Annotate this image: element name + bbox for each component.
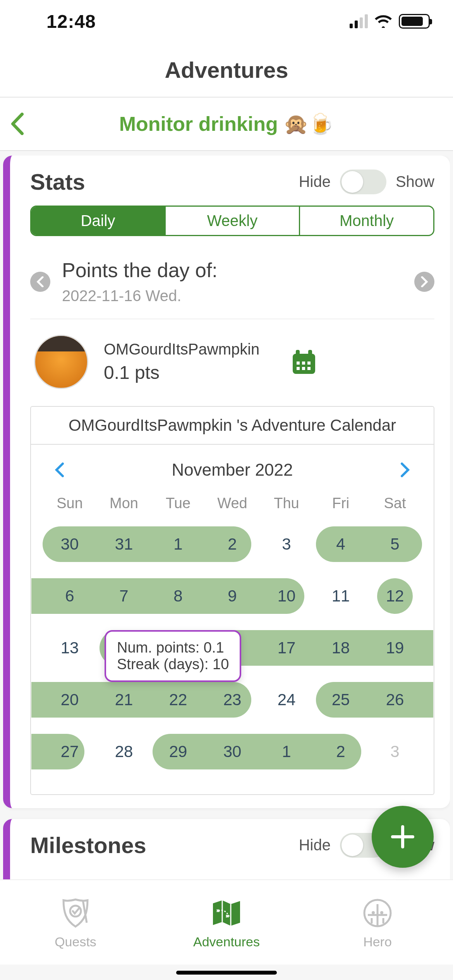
svg-rect-6	[297, 367, 300, 370]
calendar-day[interactable]: 30	[43, 519, 97, 569]
calendar-day[interactable]: 24	[259, 675, 314, 725]
calendar-week: 6 7 8 9 10 11 12	[43, 571, 422, 621]
tooltip-line: Streak (days): 10	[117, 656, 229, 673]
calendar-day[interactable]: 12	[368, 571, 422, 621]
sub-header: Monitor drinking 🙊🍺	[0, 97, 453, 151]
show-label: Show	[396, 173, 434, 190]
calendar-day[interactable]: 2	[314, 727, 368, 776]
calendar-day[interactable]: 28	[97, 727, 151, 776]
page-title: Adventures	[165, 57, 288, 83]
svg-rect-4	[302, 362, 305, 365]
add-button[interactable]	[372, 806, 434, 868]
calendar-title: OMGourdItsPawmpkin 's Adventure Calendar	[31, 407, 434, 445]
calendar-day[interactable]: 18	[314, 623, 368, 673]
stats-visibility-toggle: Hide Show	[299, 170, 434, 194]
calendar-day[interactable]: 20	[43, 675, 97, 725]
svg-rect-7	[302, 367, 305, 370]
calendar-day[interactable]: 27	[43, 727, 97, 776]
calendar-day[interactable]: 1	[151, 519, 205, 569]
calendar-day[interactable]: 17	[259, 623, 314, 673]
calendar-day[interactable]: 21	[97, 675, 151, 725]
adventure-title: Monitor drinking 🙊🍺	[35, 112, 453, 136]
nav-quests[interactable]: Quests	[1, 896, 150, 949]
svg-rect-8	[307, 367, 311, 370]
main-content: Stats Hide Show Daily Weekly Monthly Poi…	[3, 156, 450, 879]
calendar-day[interactable]: 11	[314, 571, 368, 621]
calendar-day[interactable]: 25	[314, 675, 368, 725]
dow: Mon	[97, 495, 151, 512]
svg-rect-2	[308, 350, 312, 357]
dow: Sun	[43, 495, 97, 512]
status-bar: 12:48	[0, 0, 453, 43]
nav-label: Adventures	[193, 934, 260, 949]
app-header: Adventures	[0, 43, 453, 97]
calendar-day[interactable]: 2	[205, 519, 259, 569]
dow: Tue	[151, 495, 205, 512]
stats-toggle[interactable]	[340, 170, 386, 194]
helmet-icon	[360, 896, 395, 930]
svg-rect-3	[297, 362, 300, 365]
points-heading: Points the day of:	[62, 259, 403, 282]
tooltip-line: Num. points: 0.1	[117, 639, 229, 656]
status-icons	[350, 14, 430, 29]
user-points: 0.1 pts	[104, 362, 259, 383]
dow: Sat	[368, 495, 422, 512]
calendar-week: 30 31 1 2 3 4 5	[43, 519, 422, 569]
bottom-nav: Quests Adventures Hero	[0, 879, 453, 965]
next-month-button[interactable]	[397, 462, 413, 478]
status-time: 12:48	[46, 11, 96, 32]
svg-rect-1	[296, 350, 300, 357]
calendar-day[interactable]: 6	[43, 571, 97, 621]
calendar-day[interactable]: 7	[97, 571, 151, 621]
calendar-day[interactable]: 10	[259, 571, 314, 621]
avatar	[34, 335, 88, 389]
calendar-day[interactable]: 3	[259, 519, 314, 569]
prev-month-button[interactable]	[52, 462, 67, 478]
calendar-icon[interactable]	[290, 348, 317, 375]
calendar-week: 20 21 22 23 24 25 26	[43, 675, 422, 725]
calendar-day[interactable]: 4	[314, 519, 368, 569]
calendar-day[interactable]: 1	[259, 727, 314, 776]
nav-adventures[interactable]: Adventures	[152, 896, 301, 949]
stats-title: Stats	[30, 169, 85, 195]
signal-icon	[350, 14, 368, 28]
date-navigator: Points the day of: 2022-11-16 Wed.	[30, 255, 434, 319]
calendar-day[interactable]: 3	[368, 727, 422, 776]
plus-icon	[389, 823, 417, 851]
map-icon	[209, 896, 244, 930]
calendar-day[interactable]: 23	[205, 675, 259, 725]
battery-icon	[399, 14, 430, 29]
calendar-day[interactable]: 30	[205, 727, 259, 776]
calendar-day[interactable]: 26	[368, 675, 422, 725]
calendar-day[interactable]: 29	[151, 727, 205, 776]
prev-day-button[interactable]	[30, 272, 50, 292]
calendar-day[interactable]: 9	[205, 571, 259, 621]
calendar-day[interactable]: 8	[151, 571, 205, 621]
calendar-day[interactable]: 13	[43, 623, 97, 673]
calendar-day[interactable]: 22	[151, 675, 205, 725]
day-tooltip: Num. points: 0.1 Streak (days): 10	[105, 630, 241, 682]
back-button[interactable]	[0, 98, 35, 150]
svg-point-12	[380, 911, 383, 914]
next-day-button[interactable]	[414, 272, 434, 292]
milestones-title: Milestones	[30, 832, 146, 858]
points-date: 2022-11-16 Wed.	[62, 287, 403, 305]
weekday-headers: Sun Mon Tue Wed Thu Fri Sat	[43, 495, 422, 512]
hide-label: Hide	[299, 836, 331, 854]
home-indicator[interactable]	[176, 971, 277, 975]
shield-icon	[58, 896, 93, 930]
nav-hero[interactable]: Hero	[303, 896, 452, 949]
segment-daily[interactable]: Daily	[31, 207, 166, 235]
dow: Thu	[259, 495, 314, 512]
user-name: OMGourdItsPawmpkin	[104, 341, 259, 358]
calendar-days: 30 31 1 2 3 4 5 6 7	[43, 519, 422, 776]
calendar-day[interactable]: 19	[368, 623, 422, 673]
nav-label: Hero	[363, 934, 392, 949]
svg-rect-5	[307, 362, 311, 365]
calendar-day[interactable]: 5	[368, 519, 422, 569]
segment-weekly[interactable]: Weekly	[166, 207, 300, 235]
calendar-day[interactable]: 31	[97, 519, 151, 569]
svg-point-11	[372, 911, 375, 914]
segment-monthly[interactable]: Monthly	[300, 207, 433, 235]
period-segmented: Daily Weekly Monthly	[30, 206, 434, 236]
